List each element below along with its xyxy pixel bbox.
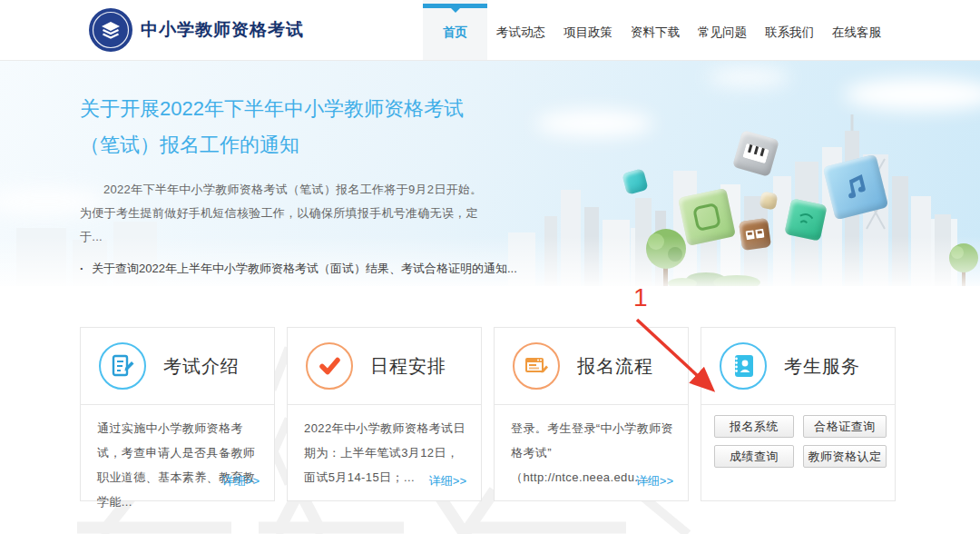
header: 中小学教师资格考试 首页 考试动态 项目政策 资料下载 常见问题 联系我们 在线… — [0, 0, 980, 61]
nav-tab-exam-news[interactable]: 考试动态 — [487, 0, 554, 60]
nav-tab-label: 项目政策 — [564, 25, 612, 41]
document-pencil-icon — [99, 342, 146, 390]
nav-tab-online-service[interactable]: 在线客服 — [823, 0, 890, 60]
nav-tab-faq[interactable]: 常见问题 — [689, 0, 756, 60]
nav-tab-label: 资料下载 — [631, 25, 680, 41]
notice-headline-link[interactable]: 关于开展2022年下半年中小学教师资格考试（笔试）报名工作的通知 — [80, 91, 484, 163]
nav-tab-label: 常见问题 — [698, 25, 747, 41]
detail-link[interactable]: 详细>> — [429, 473, 466, 490]
card-registration-process: 报名流程 登录。考生登录“中小学教师资格考试”（http://ntce.neea… — [494, 327, 689, 501]
quick-cards: 考试介绍 通过实施中小学教师资格考试，考查申请人是否具备教师职业道德、基本素养、… — [80, 327, 896, 501]
cube-mint-icon — [784, 198, 827, 241]
check-icon — [306, 342, 353, 390]
service-buttons: 报名系统 合格证查询 成绩查询 教师资格认定 — [714, 415, 886, 468]
logo-badge — [89, 8, 132, 52]
nav-tab-label: 首页 — [443, 25, 467, 41]
detail-link[interactable]: 详细>> — [222, 473, 260, 490]
main-section: 考试介绍 通过实施中小学教师资格考试，考查申请人是否具备教师职业道德、基本素养、… — [0, 286, 980, 534]
contact-book-icon — [720, 342, 767, 390]
divider — [288, 404, 481, 405]
card-title: 考生服务 — [784, 354, 860, 379]
card-head: 报名流程 — [513, 342, 653, 390]
notice-list: 关于查询2022年上半年中小学教师资格考试（面试）结果、考试合格证明的通知...… — [80, 256, 484, 287]
card-title: 考试介绍 — [163, 354, 240, 379]
divider — [495, 404, 688, 405]
nav-tab-label: 考试动态 — [496, 25, 545, 41]
teacher-qualification-button[interactable]: 教师资格认定 — [803, 445, 887, 468]
card-schedule: 日程安排 2022年中小学教师资格考试日期为：上半年笔试3月12日，面试5月14… — [287, 327, 482, 501]
card-head: 日程安排 — [306, 342, 446, 390]
browser-pencil-icon — [513, 342, 560, 390]
nav-tab-home[interactable]: 首页 — [423, 0, 487, 60]
card-title: 日程安排 — [370, 354, 446, 379]
certificate-query-button[interactable]: 合格证查询 — [803, 415, 887, 438]
score-query-button[interactable]: 成绩查询 — [714, 445, 794, 468]
nav-tab-policies[interactable]: 项目政策 — [554, 0, 622, 60]
notice-summary: 2022年下半年中小学教师资格考试（笔试）报名工作将于9月2日开始。为便于考生提… — [80, 178, 484, 249]
site-logo[interactable]: 中小学教师资格考试 — [89, 8, 304, 52]
card-body-text: 通过实施中小学教师资格考试，考查申请人是否具备教师职业道德、基本素养、教育教学能… — [97, 416, 261, 514]
card-exam-intro: 考试介绍 通过实施中小学教师资格考试，考查申请人是否具备教师职业道德、基本素养、… — [80, 327, 275, 501]
hero-banner: 关于开展2022年下半年中小学教师资格考试（笔试）报名工作的通知 2022年下半… — [0, 60, 980, 287]
page: 中小学教师资格考试 首页 考试动态 项目政策 资料下载 常见问题 联系我们 在线… — [0, 0, 980, 534]
nav-tab-contact[interactable]: 联系我们 — [756, 0, 823, 60]
detail-link[interactable]: 详细>> — [636, 473, 673, 490]
card-head: 考生服务 — [720, 342, 860, 390]
main-nav: 首页 考试动态 项目政策 资料下载 常见问题 联系我们 在线客服 — [423, 0, 890, 60]
site-title: 中小学教师资格考试 — [141, 18, 304, 42]
notice-list-item[interactable]: 关于查询2022年上半年中小学教师资格考试（面试）结果、考试合格证明的通知... — [80, 256, 484, 282]
divider — [81, 404, 274, 405]
nav-tab-label: 在线客服 — [832, 25, 881, 41]
card-candidate-services: 考生服务 报名系统 合格证查询 成绩查询 教师资格认定 — [701, 327, 896, 501]
registration-system-button[interactable]: 报名系统 — [714, 415, 794, 438]
card-title: 报名流程 — [577, 354, 653, 379]
banner-content: 关于开展2022年下半年中小学教师资格考试（笔试）报名工作的通知 2022年下半… — [80, 91, 484, 287]
triangle-down-icon — [451, 8, 460, 17]
card-head: 考试介绍 — [99, 342, 240, 390]
nav-tab-downloads[interactable]: 资料下载 — [622, 0, 689, 60]
nav-tab-label: 联系我们 — [765, 25, 814, 41]
book-badge-icon — [89, 8, 132, 52]
divider — [701, 404, 895, 405]
